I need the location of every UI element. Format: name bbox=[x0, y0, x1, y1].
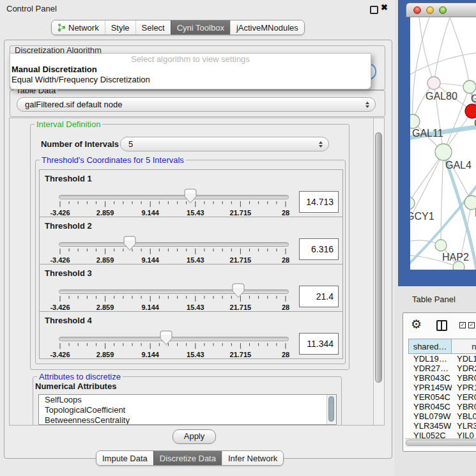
table-cell: YPR1 bbox=[452, 383, 476, 392]
scrollbar-thumb[interactable] bbox=[375, 132, 382, 383]
table-row[interactable]: YDL19…YDL1 bbox=[408, 354, 476, 364]
threshold-value-field[interactable]: 21.4 bbox=[299, 286, 339, 307]
close-icon[interactable]: ✖ bbox=[381, 3, 388, 12]
tab-cyni-toolbox[interactable]: Cyni Toolbox bbox=[171, 20, 230, 35]
table-cell: YBL079W bbox=[408, 411, 452, 421]
dropdown-item-manual-discretization[interactable]: Manual Discretization bbox=[10, 65, 371, 75]
threshold-value-field[interactable]: 14.713 bbox=[299, 191, 339, 213]
top-tab-bar: NetworkStyleSelectCyni ToolboxjActiveMNo… bbox=[51, 20, 305, 35]
svg-text:28: 28 bbox=[282, 303, 289, 311]
tab-label: jActiveMNodules bbox=[236, 21, 298, 35]
svg-text:-3.426: -3.426 bbox=[50, 351, 70, 358]
svg-text:-3.426: -3.426 bbox=[50, 256, 70, 264]
app-root: Control Panel ✖ NetworkStyleSelectCyni T… bbox=[0, 0, 476, 476]
tab-label: Cyni Toolbox bbox=[177, 21, 224, 35]
slider-track[interactable] bbox=[59, 289, 289, 294]
attribute-list-item[interactable]: BetweennessCentrality bbox=[39, 415, 336, 425]
table-cell: YER054C bbox=[408, 392, 452, 402]
threshold-block-3: Threshold 3-3.4262.8599.14415.4321.71528… bbox=[39, 264, 343, 312]
numerical-attributes-heading: Numerical Attributes bbox=[35, 381, 116, 391]
svg-text:GAL11: GAL11 bbox=[412, 128, 443, 139]
algorithm-dropdown-popup: Select algorithm to view settings Manual… bbox=[10, 53, 371, 89]
table-cell: YLR345W bbox=[408, 421, 452, 431]
table-row[interactable]: YDR27…YDR2 bbox=[408, 364, 476, 373]
slider-track[interactable] bbox=[59, 242, 289, 247]
svg-text:15.43: 15.43 bbox=[187, 303, 204, 311]
gear-icon[interactable]: ⚙ bbox=[411, 317, 422, 331]
column-header-1[interactable]: name bbox=[452, 339, 476, 354]
table-row[interactable]: YBR045CYBR0 bbox=[408, 402, 476, 411]
table-cell: YDR27… bbox=[408, 364, 452, 373]
minimize-traffic-light-icon[interactable] bbox=[426, 6, 434, 14]
panel-title: Control Panel bbox=[6, 4, 57, 13]
number-of-intervals-label: Number of Intervals bbox=[36, 137, 119, 151]
table-cell: YDL19… bbox=[408, 354, 452, 364]
svg-text:GCY1: GCY1 bbox=[410, 211, 434, 222]
dropdown-placeholder-item[interactable]: Select algorithm to view settings bbox=[10, 54, 371, 65]
table-cell: YBR0 bbox=[452, 402, 476, 411]
column-header-0[interactable]: shared… bbox=[408, 339, 452, 354]
zoom-traffic-light-icon[interactable] bbox=[439, 6, 447, 14]
svg-text:28: 28 bbox=[282, 256, 289, 264]
svg-text:15.43: 15.43 bbox=[187, 209, 204, 217]
table-row[interactable]: YPR145WYPR1 bbox=[408, 383, 476, 392]
svg-text:2.859: 2.859 bbox=[96, 303, 114, 311]
attribute-list-item[interactable]: SelfLoops bbox=[39, 395, 336, 405]
svg-text:-3.426: -3.426 bbox=[50, 209, 70, 217]
interval-definition-group: Interval Definition Number of Intervals … bbox=[30, 124, 349, 370]
threshold-label: Threshold 3 bbox=[45, 268, 92, 278]
table-horizontal-scrollbar[interactable] bbox=[405, 438, 476, 447]
tab-label: Style bbox=[111, 21, 130, 35]
table-row[interactable]: YBR043CYBR0 bbox=[408, 373, 476, 383]
tab-label: Impute Data bbox=[102, 452, 148, 465]
svg-text:21.715: 21.715 bbox=[230, 256, 252, 264]
tab-impute-data[interactable]: Impute Data bbox=[96, 451, 153, 465]
number-of-intervals-combobox[interactable]: 5 bbox=[120, 137, 329, 151]
close-traffic-light-icon[interactable] bbox=[413, 6, 421, 14]
svg-text:15.43: 15.43 bbox=[187, 351, 204, 358]
float-window-icon[interactable] bbox=[370, 6, 378, 14]
list-scrollbar[interactable] bbox=[326, 395, 336, 424]
table-cell: YBR0 bbox=[452, 373, 476, 383]
threshold-value-field[interactable]: 11.344 bbox=[299, 333, 339, 355]
table-cell: YBR045C bbox=[408, 402, 452, 411]
tab-infer-network[interactable]: Infer Network bbox=[222, 451, 283, 465]
threshold-value-field[interactable]: 6.316 bbox=[299, 238, 339, 260]
numerical-attributes-list[interactable]: SelfLoopsTopologicalCoefficientBetweenne… bbox=[38, 394, 337, 425]
checkbox-icon[interactable]: ✓ bbox=[459, 322, 466, 328]
svg-text:GAL80: GAL80 bbox=[426, 91, 457, 102]
combobox-stepper-icon bbox=[365, 102, 369, 108]
table-data-combobox[interactable]: galFiltered.sif default node bbox=[17, 97, 376, 112]
table-row[interactable]: YBL079WYBL0 bbox=[408, 411, 476, 421]
threshold-block-2: Threshold 2-3.4262.8599.14415.4321.71528… bbox=[39, 217, 343, 265]
checkbox-icon[interactable]: ✓ bbox=[468, 322, 475, 328]
svg-text:15.43: 15.43 bbox=[187, 256, 204, 264]
columns-icon[interactable] bbox=[436, 320, 447, 331]
tab-jactivemnodules[interactable]: jActiveMNodules bbox=[230, 20, 304, 35]
attribute-list-item[interactable]: TopologicalCoefficient bbox=[39, 405, 336, 415]
table-cell: YDR2 bbox=[452, 364, 476, 373]
scrollbar-thumb[interactable] bbox=[406, 440, 476, 446]
table-row[interactable]: YLR345WYLR3 bbox=[408, 421, 476, 431]
threshold-label: Threshold 2 bbox=[45, 221, 92, 231]
tab-network[interactable]: Network bbox=[52, 20, 105, 35]
network-view-canvas[interactable]: GAL80GACGAL11GAL4GCY1HHAP2 bbox=[410, 17, 476, 270]
table-cell: YDL1 bbox=[452, 354, 476, 364]
tab-style[interactable]: Style bbox=[105, 20, 135, 35]
thresholds-group: Threshold's Coordinates for 5 Intervals … bbox=[35, 160, 346, 364]
table-cell: YLR3 bbox=[452, 421, 476, 431]
slider-ticks: -3.4262.8599.14415.4321.71528 bbox=[40, 342, 321, 359]
slider-track[interactable] bbox=[59, 195, 289, 199]
tab-select[interactable]: Select bbox=[135, 20, 171, 35]
slider-ticks: -3.4262.8599.14415.4321.71528 bbox=[40, 295, 321, 312]
attributes-group-title: Attributes to discretize bbox=[37, 372, 123, 381]
tab-discretize-data[interactable]: Discretize Data bbox=[153, 451, 222, 465]
network-window-titlebar[interactable] bbox=[406, 3, 476, 17]
table-panel-title: Table Panel bbox=[412, 295, 456, 304]
apply-button[interactable]: Apply bbox=[173, 429, 216, 444]
slider-track[interactable] bbox=[59, 337, 289, 341]
settings-vertical-scrollbar[interactable] bbox=[373, 118, 384, 425]
table-row[interactable]: YER054CYER0 bbox=[408, 392, 476, 402]
dropdown-item-equal-width[interactable]: Equal Width/Frequency Discretization bbox=[10, 75, 371, 85]
interval-definition-title: Interval Definition bbox=[35, 119, 102, 129]
